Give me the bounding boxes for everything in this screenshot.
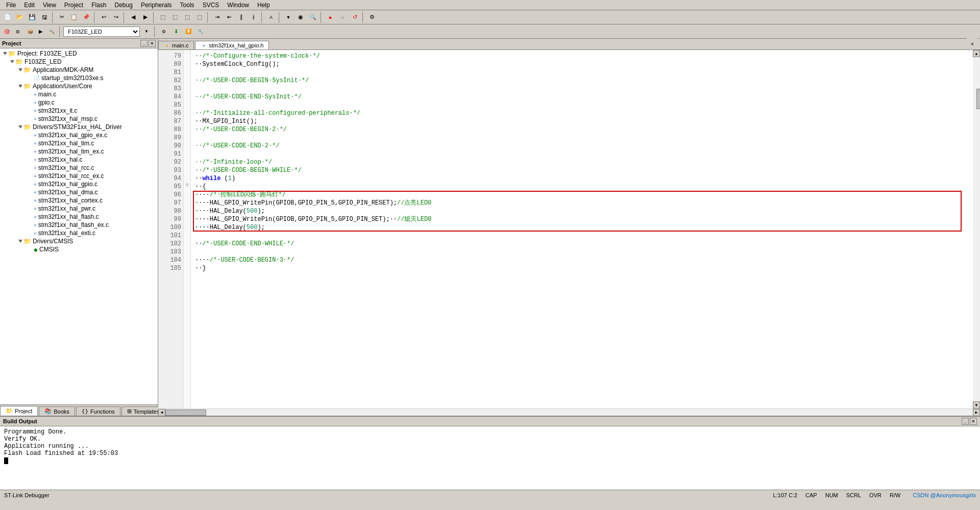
tree-item-stm32-it[interactable]: + stm32f1xx_it.c <box>2 107 156 115</box>
scroll-thumb[interactable] <box>976 89 980 109</box>
editor-tab-gpio-h[interactable]: 🔹 stm32f1xx_hal_gpio.h <box>195 41 269 49</box>
tree-item-tim[interactable]: + stm32f1xx_hal_tim.c <box>2 139 156 147</box>
tree-item-f103ze[interactable]: 📁 F103ZE_LED <box>2 58 156 66</box>
target3-btn[interactable]: 🔍 <box>307 12 318 23</box>
h-scroll-right-btn[interactable]: ▶ <box>973 409 980 416</box>
tree-item-mdk[interactable]: 📁 Application/MDK-ARM <box>2 66 156 74</box>
flash3-btn[interactable]: 🔧 <box>195 26 206 37</box>
tree-item-pwr[interactable]: + stm32f1xx_hal_pwr.c <box>2 205 156 213</box>
menu-flash[interactable]: Flash <box>87 0 110 10</box>
project-select-arrow[interactable]: ▼ <box>141 26 152 37</box>
ln-83: 83 <box>158 85 181 93</box>
save-btn[interactable]: 💾 <box>27 12 38 23</box>
tree-item-hal-driver[interactable]: 📁 Drivers/STM32F1xx_HAL_Driver <box>2 123 156 131</box>
save-all-btn[interactable]: 🖫 <box>39 12 50 23</box>
h-scroll-thumb[interactable] <box>165 410 206 416</box>
tab-functions[interactable]: {} Functions <box>76 406 120 416</box>
debug-stop-btn[interactable]: ● <box>325 12 336 23</box>
tree-item-hal-c[interactable]: + stm32f1xx_hal.c <box>2 156 156 164</box>
debug-reset-btn[interactable]: ↺ <box>349 12 360 23</box>
settings-btn[interactable]: ⚙ <box>366 12 378 23</box>
scroll-down-btn[interactable]: ▼ <box>973 401 980 409</box>
insert-btn[interactable]: A <box>265 12 277 23</box>
target-selector-btn[interactable]: ▼ <box>283 12 294 23</box>
menu-window[interactable]: Window <box>223 0 253 10</box>
fc-95[interactable]: ⊟ <box>184 181 190 189</box>
tree-item-gpio-ex[interactable]: + stm32f1xx_hal_gpio_ex.c <box>2 131 156 139</box>
copy-btn[interactable]: 📋 <box>68 12 80 23</box>
paste-btn[interactable]: 📌 <box>81 12 92 23</box>
editor-scrollbar-v[interactable]: ▲ ▼ <box>973 50 980 409</box>
build-panel-close[interactable]: × <box>970 418 977 425</box>
editor-tab-main-c[interactable]: 🔸 main.c <box>158 41 194 49</box>
bookmark1-btn[interactable]: ⬚ <box>157 12 168 23</box>
tree-item-cmsis-folder[interactable]: 📁 Drivers/CMSIS <box>2 237 156 245</box>
editor-close-btn[interactable]: × <box>967 38 978 49</box>
debug-circle-btn[interactable]: ○ <box>337 12 348 23</box>
undo-btn[interactable]: ↩ <box>98 12 109 23</box>
tree-item-hal-msp[interactable]: + stm32f1xx_hal_msp.c <box>2 115 156 123</box>
nav-fwd-btn[interactable]: ▶ <box>140 12 151 23</box>
h-scroll-left-btn[interactable]: ◀ <box>158 409 165 416</box>
tab-project[interactable]: 📁 Project <box>0 406 38 416</box>
tree-item-flash[interactable]: + stm32f1xx_hal_flash.c <box>2 213 156 221</box>
menu-peripherals[interactable]: Peripherals <box>137 0 176 10</box>
tree-item-flash-ex[interactable]: + stm32f1xx_hal_flash_ex.c <box>2 221 156 229</box>
new-file-btn[interactable]: 📄 <box>2 12 13 23</box>
menu-help[interactable]: Help <box>253 0 274 10</box>
tree-item-gpio-c2[interactable]: + stm32f1xx_hal_gpio.c <box>2 180 156 188</box>
manage-btn[interactable]: ⚙ <box>158 26 169 37</box>
menu-file[interactable]: File <box>2 0 20 10</box>
tree-item-user[interactable]: 📁 Application/User/Core <box>2 82 156 90</box>
menu-view[interactable]: View <box>39 0 60 10</box>
comp-btn[interactable]: 📦 <box>24 26 36 37</box>
bookmark2-btn[interactable]: ⬚ <box>169 12 181 23</box>
nav-back-btn[interactable]: ◀ <box>128 12 139 23</box>
tree-item-root[interactable]: 📁 Project: F103ZE_LED <box>2 49 156 58</box>
tree-item-dma[interactable]: + stm32f1xx_hal_dma.c <box>2 188 156 196</box>
ln-81: 81 <box>158 68 181 76</box>
flash-download-btn[interactable]: ⬇ <box>170 26 182 37</box>
tree-item-startup[interactable]: 📄 startup_stm32f103xe.s <box>2 74 156 82</box>
tree-item-gpio-c[interactable]: + gpio.c <box>2 98 156 107</box>
scroll-up-btn[interactable]: ▲ <box>973 50 980 57</box>
tree-item-exti[interactable]: + stm32f1xx_hal_exti.c <box>2 229 156 237</box>
flash2-btn[interactable]: ⏬ <box>183 26 194 37</box>
project-tree[interactable]: 📁 Project: F103ZE_LED 📁 F103ZE_LED 📁 App… <box>0 48 158 404</box>
build-panel-minimize[interactable]: _ <box>962 418 969 425</box>
comment-btn[interactable]: ∥ <box>236 12 247 23</box>
panel-close-btn[interactable]: × <box>149 40 156 47</box>
cut-btn[interactable]: ✂ <box>56 12 67 23</box>
menu-edit[interactable]: Edit <box>20 0 39 10</box>
unindent-btn[interactable]: ⇤ <box>224 12 235 23</box>
uncomment-btn[interactable]: ∤ <box>248 12 259 23</box>
panel-minimize-btn[interactable]: _ <box>140 40 148 47</box>
target2-btn[interactable]: ◉ <box>295 12 306 23</box>
rebuild-btn[interactable]: 🔨 <box>46 26 57 37</box>
menu-project[interactable]: Project <box>60 0 87 10</box>
menu-debug[interactable]: Debug <box>111 0 137 10</box>
code-line-97: ····HAL_GPIO_WritePin(GPIOB,GPIO_PIN_5,G… <box>195 199 969 207</box>
tree-item-tim-ex[interactable]: + stm32f1xx_hal_tim_ex.c <box>2 147 156 156</box>
props-btn[interactable]: ⊞ <box>12 26 23 37</box>
open-file-btn[interactable]: 📂 <box>14 12 26 23</box>
tree-item-main-c[interactable]: + main.c <box>2 90 156 98</box>
bookmark4-btn[interactable]: ⬚ <box>194 12 205 23</box>
tab-books[interactable]: 📚 Books <box>39 406 75 416</box>
menu-svcs[interactable]: SVCS <box>199 0 224 10</box>
menu-tools[interactable]: Tools <box>176 0 199 10</box>
fc-90 <box>184 140 190 148</box>
tree-item-rcc[interactable]: + stm32f1xx_hal_rcc.c <box>2 164 156 172</box>
project-select[interactable]: F103ZE_LED <box>63 27 140 37</box>
h-scroll-track[interactable] <box>165 410 973 416</box>
tree-item-cortex[interactable]: + stm32f1xx_hal_cortex.c <box>2 196 156 205</box>
editor-scrollbar-h[interactable]: ◀ ▶ <box>158 409 980 416</box>
tree-item-cmsis[interactable]: ◆ CMSIS <box>2 245 156 253</box>
target-opts-btn[interactable]: 🎯 <box>2 26 11 37</box>
run-btn[interactable]: ▶ <box>37 26 45 37</box>
redo-btn[interactable]: ↪ <box>110 12 121 23</box>
bookmark3-btn[interactable]: ⬚ <box>182 12 193 23</box>
code-editor[interactable]: ··/*·Configure·the·system·clock·*/ ··Sys… <box>191 50 973 409</box>
indent-btn[interactable]: ⇥ <box>211 12 223 23</box>
tree-item-rcc-ex[interactable]: + stm32f1xx_hal_rcc_ex.c <box>2 172 156 180</box>
